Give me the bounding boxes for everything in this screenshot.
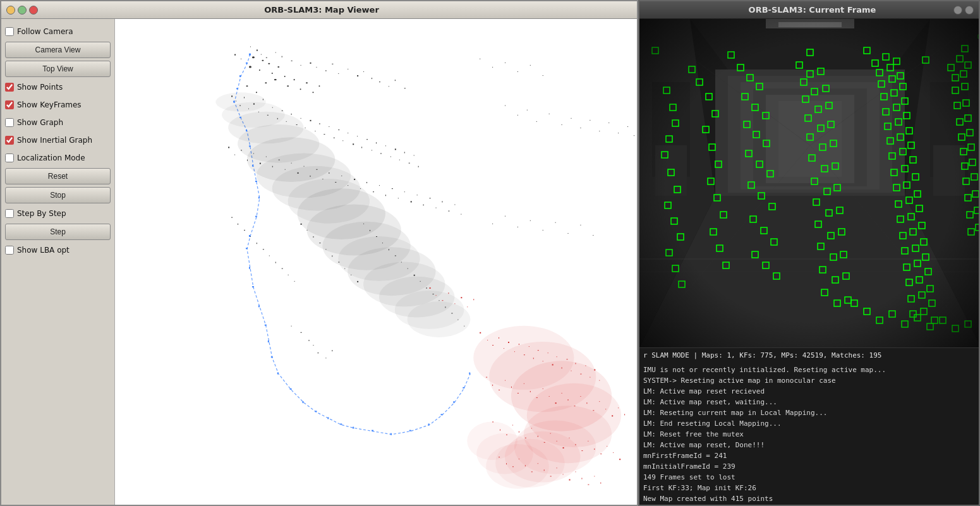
follow-camera-label: Follow Camera: [17, 27, 73, 36]
maximize-button[interactable]: [18, 6, 27, 15]
svg-rect-338: [290, 389, 292, 390]
svg-rect-170: [433, 294, 434, 294]
svg-rect-98: [414, 155, 414, 156]
minimize-button[interactable]: [6, 6, 15, 15]
map-viewer-controls: [6, 6, 38, 15]
show-points-item[interactable]: Show Points: [5, 80, 111, 95]
svg-rect-290: [613, 452, 614, 453]
svg-rect-295: [519, 459, 519, 459]
show-inertial-graph-item[interactable]: Show Inertial Graph: [5, 133, 111, 148]
svg-rect-340: [315, 411, 317, 412]
svg-rect-102: [241, 150, 242, 150]
svg-rect-299: [544, 469, 545, 471]
svg-rect-161: [376, 236, 377, 237]
svg-rect-94: [395, 148, 396, 150]
svg-rect-138: [231, 217, 233, 218]
frame-title: ORB-SLAM3: Current Frame: [671, 5, 953, 15]
svg-rect-256: [536, 397, 538, 398]
show-graph-label: Show Graph: [17, 118, 63, 127]
svg-rect-320: [236, 88, 238, 89]
svg-rect-184: [517, 115, 518, 116]
svg-rect-50: [338, 73, 339, 74]
show-graph-checkbox[interactable]: [5, 118, 14, 127]
show-keyframes-checkbox[interactable]: [5, 100, 14, 109]
console-area: IMU is not or recently initialized. Rese…: [639, 363, 979, 505]
svg-rect-125: [385, 195, 386, 196]
frame-minimize-button[interactable]: [953, 6, 962, 15]
svg-rect-106: [266, 157, 267, 157]
svg-point-4: [259, 69, 260, 71]
svg-rect-329: [249, 235, 250, 237]
svg-rect-557: [639, 19, 979, 347]
svg-rect-120: [354, 179, 355, 180]
svg-point-6: [272, 73, 273, 74]
svg-rect-322: [239, 117, 241, 118]
svg-point-7: [277, 66, 279, 68]
svg-rect-109: [285, 169, 286, 170]
svg-rect-302: [563, 474, 564, 474]
svg-rect-332: [252, 286, 254, 287]
svg-rect-233: [533, 358, 534, 359]
svg-rect-83: [342, 140, 343, 141]
localization-mode-item[interactable]: Localization Mode: [5, 150, 111, 166]
follow-camera-item[interactable]: Follow Camera: [5, 24, 111, 39]
svg-rect-112: [304, 166, 305, 167]
svg-point-17: [256, 92, 257, 93]
console-line: LM: Reseting current map in Local Mappin…: [643, 408, 975, 418]
svg-rect-40: [250, 47, 251, 47]
svg-point-13: [306, 82, 308, 83]
follow-camera-checkbox[interactable]: [5, 27, 14, 36]
step-by-step-item[interactable]: Step By Step: [5, 206, 111, 221]
svg-rect-297: [531, 471, 533, 472]
step-button[interactable]: Step: [5, 224, 111, 240]
svg-rect-90: [376, 142, 377, 143]
svg-rect-264: [586, 402, 587, 404]
svg-rect-182: [332, 350, 332, 351]
map-viewer-title: ORB-SLAM3: Map Viewer: [38, 5, 605, 15]
svg-rect-154: [332, 255, 332, 256]
svg-rect-80: [329, 126, 329, 127]
show-lba-opt-item[interactable]: Show LBA opt: [5, 243, 111, 258]
svg-rect-283: [569, 438, 570, 438]
svg-rect-288: [600, 454, 602, 454]
console-line: First KF:33; Map init KF:26: [643, 483, 975, 493]
show-keyframes-item[interactable]: Show KeyFrames: [5, 97, 111, 112]
show-keyframes-label: Show KeyFrames: [17, 100, 82, 109]
svg-rect-189: [571, 118, 572, 119]
svg-rect-255: [530, 391, 531, 392]
svg-rect-248: [486, 377, 487, 378]
close-button[interactable]: [29, 6, 38, 15]
top-view-button[interactable]: Top View: [5, 61, 111, 77]
svg-rect-119: [348, 185, 348, 186]
current-frame-window: ORB-SLAM3: Current Frame: [638, 0, 980, 506]
map-svg: /* dots rendered via JS below */: [115, 19, 637, 505]
camera-view-button[interactable]: Camera View: [5, 42, 111, 58]
svg-rect-97: [409, 163, 410, 164]
svg-point-18: [246, 85, 248, 87]
svg-rect-304: [575, 471, 576, 472]
svg-point-222: [467, 421, 517, 460]
reset-button[interactable]: Reset: [5, 168, 111, 184]
svg-rect-149: [301, 224, 302, 225]
show-inertial-graph-checkbox[interactable]: [5, 136, 14, 145]
show-lba-opt-checkbox[interactable]: [5, 246, 14, 255]
svg-rect-140: [244, 230, 245, 231]
svg-rect-268: [612, 415, 613, 416]
console-line: LM: Active map reset, Done!!!: [643, 440, 975, 450]
svg-rect-344: [372, 430, 373, 431]
svg-rect-171: [439, 300, 440, 301]
step-by-step-checkbox[interactable]: [5, 209, 14, 218]
status-text: r SLAM MODE | Maps: 1, KFs: 775, MPs: 42…: [643, 351, 882, 359]
svg-rect-273: [506, 435, 507, 435]
show-points-checkbox[interactable]: [5, 83, 14, 92]
show-lba-opt-label: Show LBA opt: [17, 246, 70, 255]
svg-point-1: [252, 56, 255, 58]
svg-rect-270: [624, 414, 625, 415]
svg-rect-101: [234, 155, 235, 155]
localization-mode-checkbox[interactable]: [5, 154, 14, 162]
frame-maximize-button[interactable]: [965, 6, 974, 15]
svg-rect-227: [504, 348, 504, 349]
svg-rect-64: [253, 104, 255, 105]
stop-button[interactable]: Stop: [5, 187, 111, 203]
show-graph-item[interactable]: Show Graph: [5, 115, 111, 130]
